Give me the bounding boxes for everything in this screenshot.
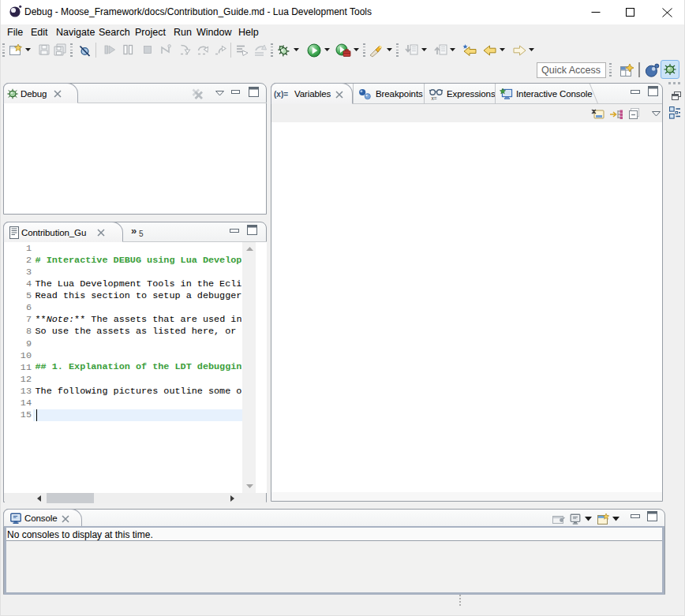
svg-text:x=: x=: [432, 95, 437, 101]
